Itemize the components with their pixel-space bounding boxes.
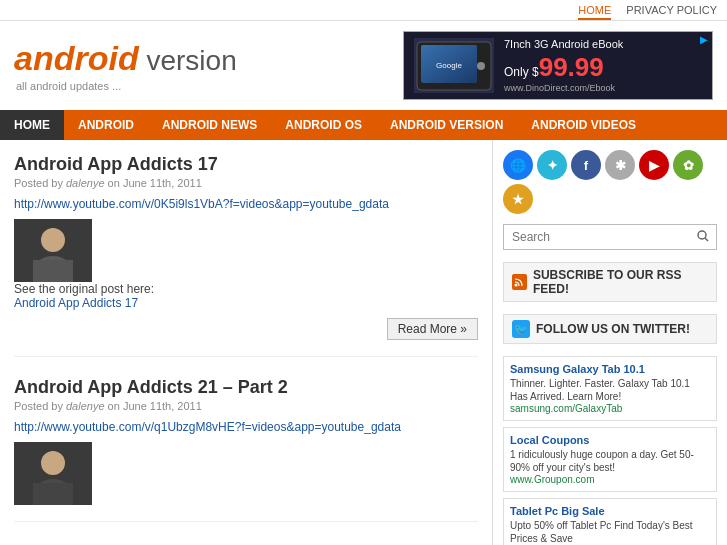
post-1-see-original: See the original post here: Android App … — [14, 282, 478, 310]
post-1-author: dalenye — [66, 177, 105, 189]
ad-price-line: Only $99.99 — [504, 52, 623, 83]
social-icon-5[interactable]: ▶ — [639, 150, 669, 180]
sidebar: 🌐 ✦ f ✱ ▶ ✿ ★ — [493, 140, 727, 545]
main-nav: HOME ANDROID ANDROID NEWS ANDROID OS AND… — [0, 110, 727, 140]
ad-samsung-title[interactable]: Samsung Galaxy Tab 10.1 — [510, 363, 710, 375]
ad-price-prefix: Only $ — [504, 65, 539, 79]
post-2-thumbnail — [14, 442, 92, 505]
ad-coupons-title[interactable]: Local Coupons — [510, 434, 710, 446]
post-1-title: Android App Addicts 17 — [14, 154, 478, 175]
logo-area: android version all android updates ... — [14, 39, 237, 92]
post-1-thumbnail — [14, 219, 92, 282]
svg-rect-7 — [33, 260, 73, 282]
svg-point-5 — [41, 228, 65, 252]
post-1-original-link[interactable]: Android App Addicts 17 — [14, 296, 138, 310]
rss-section: SUBSCRIBE TO OUR RSS FEED! — [503, 262, 717, 302]
post-2-title: Android App Addicts 21 – Part 2 — [14, 377, 478, 398]
nav-android-version[interactable]: ANDROID VERSION — [376, 110, 517, 140]
banner-ad[interactable]: ▶ Google 7Inch 3G Android eBook O — [403, 31, 713, 100]
ad-corner-icon: ▶ — [700, 34, 708, 45]
twitter-label: FOLLOW US ON TWITTER! — [536, 322, 690, 336]
social-icon-2[interactable]: ✦ — [537, 150, 567, 180]
post-1-read-more-wrap: Read More » — [14, 318, 478, 340]
ad-tablet: Tablet Pc Big Sale Upto 50% off Tablet P… — [503, 498, 717, 545]
social-icon-7[interactable]: ★ — [503, 184, 533, 214]
topbar-home-link[interactable]: HOME — [578, 4, 611, 20]
nav-android-news[interactable]: ANDROID NEWS — [148, 110, 271, 140]
post-2-date: June 11th, 2011 — [123, 400, 202, 412]
svg-point-8 — [41, 451, 65, 475]
twitter-header[interactable]: 🐦 FOLLOW US ON TWITTER! — [503, 314, 717, 344]
twitter-icon: 🐦 — [512, 320, 530, 338]
ad-samsung-desc: Thinner. Lighter. Faster. Galaxy Tab 10.… — [510, 377, 710, 403]
social-icons: 🌐 ✦ f ✱ ▶ ✿ ★ — [503, 150, 717, 214]
ad-text: 7Inch 3G Android eBook Only $99.99 www.D… — [504, 38, 623, 93]
rss-icon — [512, 274, 527, 290]
header: android version all android updates ... … — [0, 21, 727, 110]
post-2-meta: Posted by dalenye on June 11th, 2011 — [14, 400, 478, 412]
nav-home[interactable]: HOME — [0, 110, 64, 140]
logo-android: android — [14, 39, 139, 77]
top-bar: HOME PRIVACY POLICY — [0, 0, 727, 21]
logo-version: version — [139, 45, 237, 76]
post-1-meta: Posted by dalenye on June 11th, 2011 — [14, 177, 478, 189]
search-button[interactable] — [690, 225, 716, 249]
ad-tablet-desc: Upto 50% off Tablet Pc Find Today's Best… — [510, 519, 710, 545]
nav-android-os[interactable]: ANDROID OS — [271, 110, 376, 140]
svg-rect-10 — [33, 483, 73, 505]
svg-point-4 — [477, 62, 485, 70]
svg-point-11 — [698, 231, 706, 239]
social-icon-3[interactable]: f — [571, 150, 601, 180]
main-content: Android App Addicts 17 Posted by dalenye… — [0, 140, 493, 545]
ad-coupons: Local Coupons 1 ridiculously huge coupon… — [503, 427, 717, 492]
ad-price: 99.99 — [539, 52, 604, 82]
search-icon — [697, 230, 709, 242]
search-input[interactable] — [504, 225, 690, 249]
twitter-section: 🐦 FOLLOW US ON TWITTER! — [503, 314, 717, 344]
post-1-read-more-button[interactable]: Read More » — [387, 318, 478, 340]
social-icon-1[interactable]: 🌐 — [503, 150, 533, 180]
post-1-video-link[interactable]: http://www.youtube.com/v/0K5i9ls1VbA?f=v… — [14, 197, 478, 211]
ad-product-image: Google — [414, 38, 494, 93]
site-logo[interactable]: android version — [14, 39, 237, 78]
ad-site: www.DinoDirect.com/Ebook — [504, 83, 623, 93]
post-2: Android App Addicts 21 – Part 2 Posted b… — [14, 377, 478, 522]
svg-text:Google: Google — [436, 61, 462, 70]
nav-android-videos[interactable]: ANDROID VIDEOS — [517, 110, 650, 140]
ad-samsung-url: samsung.com/GalaxyTab — [510, 403, 710, 414]
ad-tablet-title[interactable]: Tablet Pc Big Sale — [510, 505, 710, 517]
post-1: Android App Addicts 17 Posted by dalenye… — [14, 154, 478, 357]
post-2-video-link[interactable]: http://www.youtube.com/v/q1UbzgM8vHE?f=v… — [14, 420, 478, 434]
ad-coupons-desc: 1 ridiculously huge coupon a day. Get 50… — [510, 448, 710, 474]
topbar-privacy-link[interactable]: PRIVACY POLICY — [626, 4, 717, 16]
rss-header[interactable]: SUBSCRIBE TO OUR RSS FEED! — [503, 262, 717, 302]
social-icon-6[interactable]: ✿ — [673, 150, 703, 180]
social-icon-4[interactable]: ✱ — [605, 150, 635, 180]
ad-samsung: Samsung Galaxy Tab 10.1 Thinner. Lighter… — [503, 356, 717, 421]
logo-tagline: all android updates ... — [16, 80, 237, 92]
svg-line-12 — [705, 238, 708, 241]
post-1-date: June 11th, 2011 — [123, 177, 202, 189]
svg-point-13 — [515, 284, 518, 287]
search-box — [503, 224, 717, 250]
rss-label: SUBSCRIBE TO OUR RSS FEED! — [533, 268, 708, 296]
post-2-author: dalenye — [66, 400, 105, 412]
ad-product-name: 7Inch 3G Android eBook — [504, 38, 623, 50]
nav-android[interactable]: ANDROID — [64, 110, 148, 140]
ad-coupons-url: www.Groupon.com — [510, 474, 710, 485]
content-wrapper: Android App Addicts 17 Posted by dalenye… — [0, 140, 727, 545]
